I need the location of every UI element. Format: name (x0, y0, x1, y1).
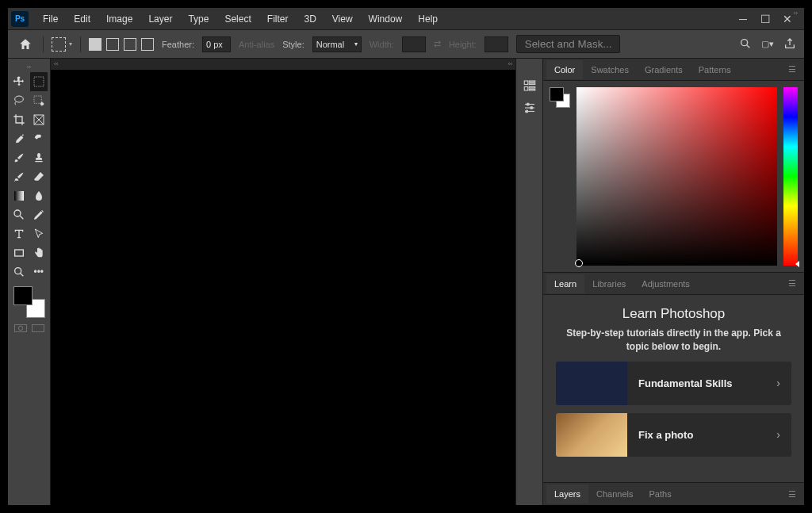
learn-card-fundamental[interactable]: Fundamental Skills › (556, 362, 791, 405)
menu-filter[interactable]: Filter (259, 10, 297, 28)
healing-tool[interactable] (30, 129, 48, 148)
select-and-mask-button[interactable]: Select and Mask... (516, 35, 621, 53)
feather-input[interactable] (202, 36, 231, 52)
brush-tool[interactable] (10, 148, 29, 167)
tools-panel: ›› (8, 59, 51, 505)
panels-collapse-icon[interactable]: ›› (794, 10, 798, 17)
tab-patterns[interactable]: Patterns (691, 60, 739, 79)
move-tool[interactable] (10, 72, 29, 91)
svg-point-12 (14, 210, 21, 216)
crop-tool[interactable] (10, 110, 29, 129)
frame-tool[interactable] (30, 110, 48, 129)
svg-line-1 (747, 44, 750, 48)
menu-layer[interactable]: Layer (140, 10, 180, 28)
tab-layers[interactable]: Layers (546, 484, 588, 503)
menu-type[interactable]: Type (180, 10, 216, 28)
history-panel-icon[interactable] (520, 76, 539, 95)
learn-card-fixphoto[interactable]: Fix a photo › (556, 413, 791, 457)
edit-toolbar-icon[interactable]: ••• (30, 262, 48, 281)
learn-panel: Learn Photoshop Step-by-step tutorials d… (543, 295, 804, 483)
svg-rect-22 (529, 83, 535, 85)
tab-paths[interactable]: Paths (642, 484, 680, 503)
selection-add-icon[interactable] (106, 38, 119, 51)
foreground-color[interactable] (13, 286, 33, 305)
menu-view[interactable]: View (324, 10, 361, 28)
tab-learn[interactable]: Learn (546, 274, 584, 293)
app-logo: Ps (11, 11, 29, 27)
pen-tool[interactable] (30, 205, 48, 224)
workspace-switcher-icon[interactable]: ▢▾ (761, 39, 774, 49)
color-mini-swatch[interactable] (550, 87, 570, 108)
tab-adjustments[interactable]: Adjustments (634, 274, 698, 293)
svg-rect-4 (34, 96, 41, 103)
learn-panel-menu-icon[interactable]: ☰ (783, 278, 801, 289)
tab-swatches[interactable]: Swatches (583, 60, 637, 79)
svg-rect-21 (529, 81, 535, 82)
selection-new-icon[interactable] (89, 38, 102, 51)
feather-label: Feather: (162, 40, 194, 49)
collapse-chevron-icon[interactable]: ›› (10, 62, 48, 72)
path-select-tool[interactable] (30, 224, 48, 243)
history-brush-tool[interactable] (10, 167, 29, 186)
share-icon[interactable] (783, 37, 796, 52)
quickmask-icon[interactable] (13, 323, 28, 334)
saturation-value-picker[interactable] (576, 87, 777, 266)
style-select[interactable]: Normal▾ (312, 36, 362, 52)
screenmode-icon[interactable] (31, 323, 45, 334)
zoom-tool[interactable] (10, 262, 29, 281)
home-button[interactable] (16, 35, 35, 54)
eraser-tool[interactable] (30, 167, 48, 186)
menu-file[interactable]: File (35, 10, 66, 28)
tab-libraries[interactable]: Libraries (584, 274, 634, 293)
svg-rect-23 (524, 87, 528, 91)
hue-slider[interactable] (783, 87, 798, 266)
svg-point-0 (741, 39, 748, 45)
shape-tool[interactable] (10, 243, 29, 262)
menu-3d[interactable]: 3D (296, 10, 324, 28)
window-maximize-icon[interactable]: ☐ (760, 13, 771, 25)
panels-dock: ›› Color Swatches Gradients Patterns ☰ (542, 59, 804, 505)
tab-channels[interactable]: Channels (588, 484, 641, 503)
svg-rect-24 (529, 87, 535, 89)
menu-image[interactable]: Image (98, 10, 140, 28)
style-label: Style: (282, 40, 304, 49)
color-panel (543, 81, 804, 273)
tab-gradients[interactable]: Gradients (637, 60, 691, 79)
selection-intersect-icon[interactable] (141, 38, 154, 51)
selection-subtract-icon[interactable] (124, 38, 136, 51)
menu-edit[interactable]: Edit (66, 10, 98, 28)
properties-panel-icon[interactable] (520, 98, 539, 117)
marquee-tool[interactable] (30, 72, 48, 91)
layers-panel-menu-icon[interactable]: ☰ (783, 489, 801, 500)
quick-select-tool[interactable] (30, 91, 48, 110)
window-close-icon[interactable]: ✕ (782, 13, 793, 25)
blur-tool[interactable] (30, 186, 48, 205)
chevron-right-icon: › (765, 377, 791, 389)
search-icon[interactable] (739, 37, 752, 52)
lasso-tool[interactable] (10, 91, 29, 110)
learn-thumb-icon (556, 413, 627, 457)
window-minimize-icon[interactable]: ─ (737, 13, 749, 25)
gradient-tool[interactable] (10, 186, 29, 205)
canvas[interactable] (51, 70, 515, 505)
panel-collapse-right-icon[interactable]: ‹‹ (508, 60, 512, 67)
svg-rect-11 (14, 191, 24, 201)
learn-title: Learn Photoshop (551, 306, 796, 322)
eyedropper-tool[interactable] (10, 129, 29, 148)
type-tool[interactable] (10, 224, 29, 243)
menu-select[interactable]: Select (216, 10, 259, 28)
color-swatch[interactable] (13, 286, 45, 318)
tab-color[interactable]: Color (546, 60, 583, 79)
stamp-tool[interactable] (30, 148, 48, 167)
tool-preset-picker[interactable]: ▾ (52, 37, 72, 52)
menu-window[interactable]: Window (361, 10, 411, 28)
hand-tool[interactable] (30, 243, 48, 262)
panel-collapse-left-icon[interactable]: ‹‹ (54, 60, 58, 67)
dock-strip (515, 59, 542, 505)
dodge-tool[interactable] (10, 205, 29, 224)
width-label: Width: (370, 40, 394, 49)
color-panel-menu-icon[interactable]: ☰ (783, 64, 801, 75)
menu-help[interactable]: Help (410, 10, 446, 28)
svg-point-5 (40, 102, 44, 105)
width-input (402, 36, 426, 52)
